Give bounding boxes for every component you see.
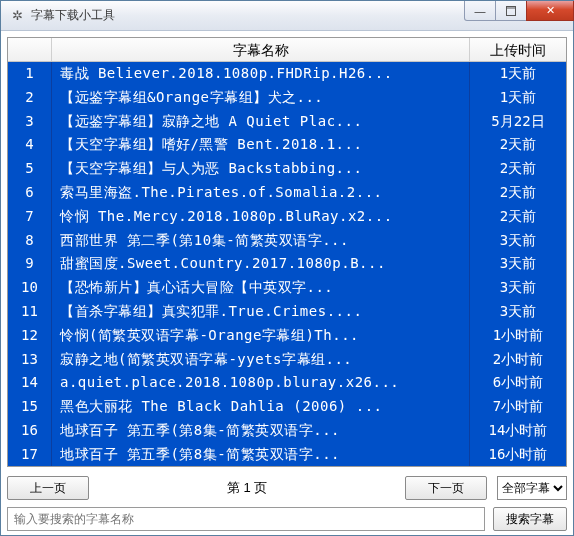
table-row[interactable]: 15黑色大丽花 The Black Dahlia (2006) ...7小时前 [8, 395, 566, 419]
cell-time: 14小时前 [470, 419, 566, 443]
cell-index: 3 [8, 110, 52, 134]
table-row[interactable]: 17地球百子 第五季(第8集-简繁英双语字...16小时前 [8, 443, 566, 467]
table-row[interactable]: 7怜悯 The.Mercy.2018.1080p.BluRay.x2...2天前 [8, 205, 566, 229]
cell-time: 3天前 [470, 300, 566, 324]
cell-time: 3天前 [470, 229, 566, 253]
pager-bar: 上一页 第 1 页 下一页 全部字幕 [7, 475, 567, 501]
cell-index: 11 [8, 300, 52, 324]
cell-index: 15 [8, 395, 52, 419]
maximize-icon [506, 6, 516, 16]
maximize-button[interactable] [495, 1, 527, 21]
cell-index: 16 [8, 419, 52, 443]
cell-time: 2天前 [470, 205, 566, 229]
table-row[interactable]: 8西部世界 第二季(第10集-简繁英双语字...3天前 [8, 229, 566, 253]
cell-name: 【远鉴字幕组&Orange字幕组】犬之... [52, 86, 470, 110]
minimize-button[interactable]: — [464, 1, 496, 21]
cell-index: 4 [8, 133, 52, 157]
cell-time: 2小时前 [470, 348, 566, 372]
cell-time: 3天前 [470, 252, 566, 276]
cell-name: 黑色大丽花 The Black Dahlia (2006) ... [52, 395, 470, 419]
cell-index: 5 [8, 157, 52, 181]
table-row[interactable]: 5【天空字幕组】与人为恶 Backstabbing...2天前 [8, 157, 566, 181]
window-title: 字幕下载小工具 [31, 7, 464, 24]
cell-time: 1天前 [470, 86, 566, 110]
table-row[interactable]: 12怜悯(简繁英双语字幕-Orange字幕组)Th...1小时前 [8, 324, 566, 348]
cell-time: 6小时前 [470, 371, 566, 395]
table-row[interactable]: 1毒战 Believer.2018.1080p.FHDRip.H26...1天前 [8, 62, 566, 86]
close-button[interactable]: ✕ [526, 1, 574, 21]
cell-index: 13 [8, 348, 52, 372]
cell-name: 索马里海盗.The.Pirates.of.Somalia.2... [52, 181, 470, 205]
cell-time: 5月22日 [470, 110, 566, 134]
table-row[interactable]: 13寂静之地(简繁英双语字幕-yyets字幕组...2小时前 [8, 348, 566, 372]
gear-icon: ✲ [9, 8, 25, 24]
cell-index: 10 [8, 276, 52, 300]
cell-name: 【首杀字幕组】真实犯罪.True.Crimes.... [52, 300, 470, 324]
table-header: 字幕名称 上传时间 [8, 38, 566, 62]
cell-index: 17 [8, 443, 52, 467]
table-row[interactable]: 14a.quiet.place.2018.1080p.bluray.x26...… [8, 371, 566, 395]
col-header-time[interactable]: 上传时间 [470, 38, 566, 61]
cell-name: 【天空字幕组】嗜好/黑警 Bent.2018.1... [52, 133, 470, 157]
cell-name: 寂静之地(简繁英双语字幕-yyets字幕组... [52, 348, 470, 372]
table-row[interactable]: 2【远鉴字幕组&Orange字幕组】犬之...1天前 [8, 86, 566, 110]
table-body: 1毒战 Believer.2018.1080p.FHDRip.H26...1天前… [8, 62, 566, 467]
cell-index: 6 [8, 181, 52, 205]
search-input[interactable] [7, 507, 485, 531]
table-row[interactable]: 9甜蜜国度.Sweet.Country.2017.1080p.B...3天前 [8, 252, 566, 276]
cell-index: 9 [8, 252, 52, 276]
cell-time: 2天前 [470, 181, 566, 205]
cell-index: 14 [8, 371, 52, 395]
cell-name: 【恐怖新片】真心话大冒险【中英双字... [52, 276, 470, 300]
table-row[interactable]: 4【天空字幕组】嗜好/黑警 Bent.2018.1...2天前 [8, 133, 566, 157]
table-row[interactable]: 10【恐怖新片】真心话大冒险【中英双字...3天前 [8, 276, 566, 300]
cell-index: 1 [8, 62, 52, 86]
cell-name: 地球百子 第五季(第8集-简繁英双语字... [52, 443, 470, 467]
filter-select[interactable]: 全部字幕 [497, 476, 567, 500]
cell-index: 8 [8, 229, 52, 253]
cell-name: 【远鉴字幕组】寂静之地 A Quiet Plac... [52, 110, 470, 134]
subtitle-list: 字幕名称 上传时间 1毒战 Believer.2018.1080p.FHDRip… [7, 37, 567, 467]
cell-index: 12 [8, 324, 52, 348]
table-row[interactable]: 11【首杀字幕组】真实犯罪.True.Crimes....3天前 [8, 300, 566, 324]
cell-name: 怜悯(简繁英双语字幕-Orange字幕组)Th... [52, 324, 470, 348]
cell-name: 地球百子 第五季(第8集-简繁英双语字... [52, 419, 470, 443]
table-row[interactable]: 6索马里海盗.The.Pirates.of.Somalia.2...2天前 [8, 181, 566, 205]
client-area: 字幕名称 上传时间 1毒战 Believer.2018.1080p.FHDRip… [7, 37, 567, 529]
col-header-name[interactable]: 字幕名称 [52, 38, 470, 61]
next-page-button[interactable]: 下一页 [405, 476, 487, 500]
window-buttons: — ✕ [464, 1, 573, 30]
cell-time: 3天前 [470, 276, 566, 300]
cell-time: 7小时前 [470, 395, 566, 419]
cell-name: 【天空字幕组】与人为恶 Backstabbing... [52, 157, 470, 181]
cell-index: 7 [8, 205, 52, 229]
col-header-index[interactable] [8, 38, 52, 61]
search-bar: 搜索字幕 [7, 507, 567, 531]
cell-time: 1天前 [470, 62, 566, 86]
search-button[interactable]: 搜索字幕 [493, 507, 567, 531]
app-window: ✲ 字幕下载小工具 — ✕ 字幕名称 上传时间 1毒战 Believer.201… [0, 0, 574, 536]
close-icon: ✕ [546, 4, 555, 17]
cell-name: 怜悯 The.Mercy.2018.1080p.BluRay.x2... [52, 205, 470, 229]
cell-time: 2天前 [470, 157, 566, 181]
page-indicator: 第 1 页 [99, 479, 395, 497]
cell-name: 西部世界 第二季(第10集-简繁英双语字... [52, 229, 470, 253]
cell-time: 1小时前 [470, 324, 566, 348]
table-row[interactable]: 3【远鉴字幕组】寂静之地 A Quiet Plac...5月22日 [8, 110, 566, 134]
minimize-icon: — [475, 5, 486, 17]
cell-time: 2天前 [470, 133, 566, 157]
titlebar[interactable]: ✲ 字幕下载小工具 — ✕ [1, 1, 573, 31]
cell-name: a.quiet.place.2018.1080p.bluray.x26... [52, 371, 470, 395]
cell-index: 2 [8, 86, 52, 110]
cell-time: 16小时前 [470, 443, 566, 467]
cell-name: 甜蜜国度.Sweet.Country.2017.1080p.B... [52, 252, 470, 276]
cell-name: 毒战 Believer.2018.1080p.FHDRip.H26... [52, 62, 470, 86]
prev-page-button[interactable]: 上一页 [7, 476, 89, 500]
table-row[interactable]: 16地球百子 第五季(第8集-简繁英双语字...14小时前 [8, 419, 566, 443]
